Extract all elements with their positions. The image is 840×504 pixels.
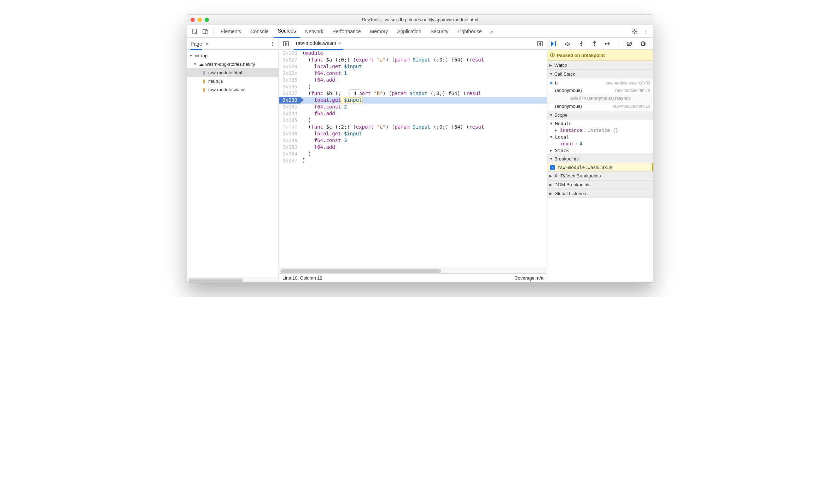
svg-rect-5 bbox=[537, 42, 542, 46]
step-into-icon[interactable] bbox=[576, 39, 586, 49]
code-line[interactable]: 0x035 f64.add bbox=[279, 77, 547, 83]
more-tabs-icon[interactable]: » bbox=[487, 27, 497, 36]
svg-point-9 bbox=[594, 45, 595, 46]
editor-scrollbar[interactable] bbox=[279, 268, 547, 273]
code-line[interactable]: 0x027 (func $a (;0;) (export "a") (param… bbox=[279, 57, 547, 63]
step-over-icon[interactable] bbox=[563, 39, 573, 49]
navigator-panel: Page » ⋮ ▼▭top ▼☁wasm-dbg-stories.netlif… bbox=[187, 38, 279, 282]
step-icon[interactable] bbox=[603, 39, 613, 49]
inspect-element-icon[interactable] bbox=[190, 27, 200, 36]
scope-module[interactable]: ▼Module bbox=[547, 120, 653, 127]
svg-rect-13 bbox=[643, 42, 644, 45]
info-icon: ⓘ bbox=[550, 52, 555, 58]
device-toolbar-icon[interactable] bbox=[200, 27, 210, 36]
code-line[interactable]: 0x03b f64.const 2 bbox=[279, 104, 547, 110]
file-icon: ▮ bbox=[201, 70, 207, 75]
code-line[interactable]: 0x053 f64.add bbox=[279, 144, 547, 151]
code-line[interactable]: 0x046 (func $c (;2;) (export "c") (param… bbox=[279, 124, 547, 130]
code-line[interactable]: 0x048 local.get $input bbox=[279, 130, 547, 137]
code-line[interactable]: 0x02a local.get $input bbox=[279, 63, 547, 70]
sidebar-scrollbar[interactable] bbox=[187, 277, 279, 282]
sidebar-more-icon[interactable]: » bbox=[206, 41, 209, 47]
svg-rect-2 bbox=[206, 30, 208, 34]
tab-memory[interactable]: Memory bbox=[366, 25, 392, 38]
code-line[interactable]: 0x037 (func $b (; (export "b") (param $i… bbox=[279, 90, 547, 97]
coverage-status: Coverage: n/a bbox=[514, 275, 543, 281]
resume-icon[interactable] bbox=[549, 39, 559, 49]
code-line[interactable]: 0x000(module bbox=[279, 50, 547, 57]
code-editor[interactable]: 4 0x000(module0x027 (func $a (;0;) (expo… bbox=[279, 50, 547, 268]
file-icon: ▮ bbox=[201, 78, 207, 84]
callstack-frame[interactable]: (anonymous)raw-module.html:9 bbox=[547, 87, 653, 94]
tree-file-js[interactable]: ▮main.js bbox=[187, 77, 279, 85]
svg-point-3 bbox=[634, 30, 636, 32]
settings-icon[interactable] bbox=[630, 27, 640, 36]
scope-stack[interactable]: ▶Stack bbox=[547, 147, 653, 154]
debugger-panel: ⓘ Paused on breakpoint ▶Watch ▼Call Stac… bbox=[547, 38, 653, 282]
close-window-button[interactable] bbox=[191, 18, 195, 22]
close-tab-icon[interactable]: × bbox=[338, 40, 341, 46]
source-editor-panel: raw-module.wasm × 4 0x000(module0x027 (f… bbox=[279, 38, 547, 282]
code-line[interactable]: 0x044 f64.add bbox=[279, 110, 547, 117]
sidebar-kebab-icon[interactable]: ⋮ bbox=[270, 41, 275, 47]
tab-lighthouse[interactable]: Lighthouse bbox=[453, 25, 486, 38]
toggle-debugger-icon[interactable] bbox=[535, 39, 545, 49]
section-global[interactable]: ▶Global Listeners bbox=[547, 189, 653, 198]
sidebar-tab-page[interactable]: Page bbox=[191, 38, 202, 50]
tab-security[interactable]: Security bbox=[426, 25, 453, 38]
section-scope[interactable]: ▼Scope bbox=[547, 111, 653, 119]
maximize-window-button[interactable] bbox=[205, 18, 209, 22]
code-line[interactable]: 0x02c f64.const 1 bbox=[279, 70, 547, 77]
callstack-frame[interactable]: (anonymous)raw-module.html:10 bbox=[547, 102, 653, 110]
code-line[interactable]: 0x045 ) bbox=[279, 117, 547, 124]
kebab-menu-icon[interactable]: ⋮ bbox=[640, 27, 650, 36]
section-breakpoints[interactable]: ▼Breakpoints bbox=[547, 154, 653, 163]
code-line[interactable]: 0x036 ) bbox=[279, 83, 547, 90]
svg-point-7 bbox=[567, 45, 568, 46]
code-line[interactable]: 0x039 local.get $input bbox=[279, 97, 547, 104]
svg-rect-12 bbox=[642, 42, 643, 45]
cursor-position: Line 10, Column 12 bbox=[282, 275, 322, 281]
tab-elements[interactable]: Elements bbox=[216, 25, 245, 38]
code-line[interactable]: 0x04a f64.const 3 bbox=[279, 137, 547, 144]
callstack-frame[interactable]: ➤braw-module.wasm:0x39 bbox=[547, 79, 653, 87]
tree-top[interactable]: ▼▭top bbox=[187, 51, 279, 60]
code-line[interactable]: 0x097) bbox=[279, 157, 547, 164]
section-watch[interactable]: ▶Watch bbox=[547, 61, 653, 70]
svg-point-10 bbox=[605, 43, 606, 44]
tab-performance[interactable]: Performance bbox=[328, 25, 365, 38]
tab-console[interactable]: Console bbox=[246, 25, 273, 38]
minimize-window-button[interactable] bbox=[198, 18, 202, 22]
pause-exceptions-icon[interactable] bbox=[638, 39, 648, 49]
window-icon: ▭ bbox=[194, 53, 200, 58]
section-callstack[interactable]: ▼Call Stack bbox=[547, 70, 653, 78]
section-dom[interactable]: ▶DOM Breakpoints bbox=[547, 180, 653, 189]
source-tab[interactable]: raw-module.wasm × bbox=[294, 38, 343, 50]
code-line[interactable]: 0x054 ) bbox=[279, 151, 547, 157]
tab-sources[interactable]: Sources bbox=[274, 25, 300, 38]
section-xhr[interactable]: ▶XHR/fetch Breakpoints bbox=[547, 171, 653, 180]
tab-application[interactable]: Application bbox=[393, 25, 426, 38]
tree-file-html[interactable]: ▮raw-module.html bbox=[187, 68, 279, 77]
callstack-async-separator: await in (anonymous) (async) bbox=[547, 94, 653, 102]
checkbox-icon[interactable]: ✓ bbox=[550, 165, 555, 170]
step-out-icon[interactable] bbox=[590, 39, 600, 49]
svg-point-11 bbox=[641, 41, 646, 46]
scope-module-instance[interactable]: ▶instance: Instance {} bbox=[547, 127, 653, 134]
tree-domain[interactable]: ▼☁wasm-dbg-stories.netlify bbox=[187, 60, 279, 68]
scope-local[interactable]: ▼Local bbox=[547, 134, 653, 140]
window-title: DevTools - wasm-dbg-stories.netlify.app/… bbox=[187, 17, 653, 22]
toggle-navigator-icon[interactable] bbox=[281, 39, 291, 49]
hover-tooltip: 4 bbox=[350, 89, 360, 97]
window-titlebar: DevTools - wasm-dbg-stories.netlify.app/… bbox=[187, 14, 653, 25]
file-icon: ▮ bbox=[201, 87, 207, 92]
main-toolbar: Elements Console Sources Network Perform… bbox=[187, 25, 653, 38]
deactivate-breakpoints-icon[interactable] bbox=[625, 39, 635, 49]
paused-banner: ⓘ Paused on breakpoint bbox=[547, 50, 653, 61]
breakpoint-item[interactable]: ✓ raw-module.wasm:0x39 bbox=[547, 163, 653, 171]
tab-network[interactable]: Network bbox=[301, 25, 327, 38]
source-tab-label: raw-module.wasm bbox=[296, 40, 336, 46]
svg-rect-4 bbox=[284, 42, 288, 46]
svg-point-8 bbox=[581, 45, 582, 46]
tree-file-wasm[interactable]: ▮raw-module.wasm bbox=[187, 85, 279, 94]
